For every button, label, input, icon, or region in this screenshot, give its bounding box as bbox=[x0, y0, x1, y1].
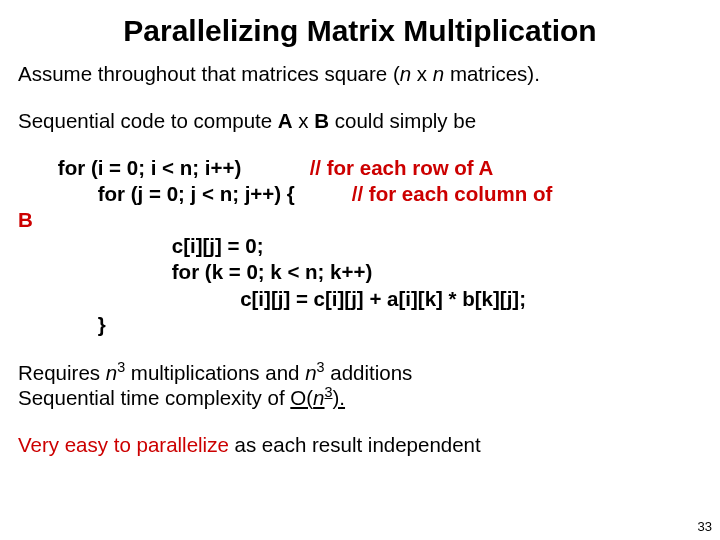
code-l6: c[i][j] = c[i][j] + a[i][k] * b[k][j]; bbox=[18, 287, 526, 310]
intro-text: Assume throughout that matrices square (… bbox=[18, 61, 702, 86]
easy-text: Very easy to parallelize as each result … bbox=[18, 432, 702, 457]
req-n2: n bbox=[305, 361, 316, 384]
complexity-text: Sequential time complexity of O(n3). bbox=[18, 385, 702, 410]
code-l1a: for (i = 0; i < n; i++) bbox=[18, 156, 310, 179]
easy-red: Very easy to parallelize bbox=[18, 433, 229, 456]
req-mid: multiplications and bbox=[125, 361, 305, 384]
intro-mid: x bbox=[411, 62, 433, 85]
code-l4: c[i][j] = 0; bbox=[18, 234, 263, 257]
seq-post: could simply be bbox=[329, 109, 476, 132]
code-l5: for (k = 0; k < n; k++) bbox=[18, 260, 372, 283]
code-l1b: // for each row of A bbox=[310, 156, 494, 179]
intro-pre: Assume throughout that matrices square ( bbox=[18, 62, 400, 85]
code-l3: B bbox=[18, 208, 33, 231]
comp-close: ). bbox=[333, 386, 346, 409]
code-l7: } bbox=[18, 313, 106, 336]
easy-post: as each result independent bbox=[229, 433, 481, 456]
intro-n1: n bbox=[400, 62, 411, 85]
code-l2a: for (j = 0; j < n; j++) { bbox=[18, 182, 352, 205]
seq-x: x bbox=[293, 109, 315, 132]
req-post: additions bbox=[325, 361, 413, 384]
intro-post: matrices). bbox=[444, 62, 540, 85]
page-number: 33 bbox=[698, 519, 712, 534]
req-pre: Requires bbox=[18, 361, 106, 384]
code-block: for (i = 0; i < n; i++) // for each row … bbox=[18, 155, 702, 339]
seq-a: A bbox=[278, 109, 293, 132]
slide-title: Parallelizing Matrix Multiplication bbox=[0, 0, 720, 49]
req-exp1: 3 bbox=[117, 359, 125, 375]
comp-exp: 3 bbox=[325, 384, 333, 400]
req-exp2: 3 bbox=[317, 359, 325, 375]
sequential-text: Sequential code to compute A x B could s… bbox=[18, 108, 702, 133]
intro-n2: n bbox=[433, 62, 444, 85]
seq-pre: Sequential code to compute bbox=[18, 109, 278, 132]
req-n1: n bbox=[106, 361, 117, 384]
code-l2b: // for each column of bbox=[352, 182, 552, 205]
comp-o: O( bbox=[290, 386, 313, 409]
seq-b: B bbox=[314, 109, 329, 132]
comp-pre: Sequential time complexity of bbox=[18, 386, 290, 409]
requires-text: Requires n3 multiplications and n3 addit… bbox=[18, 360, 702, 385]
comp-n: n bbox=[313, 386, 324, 409]
